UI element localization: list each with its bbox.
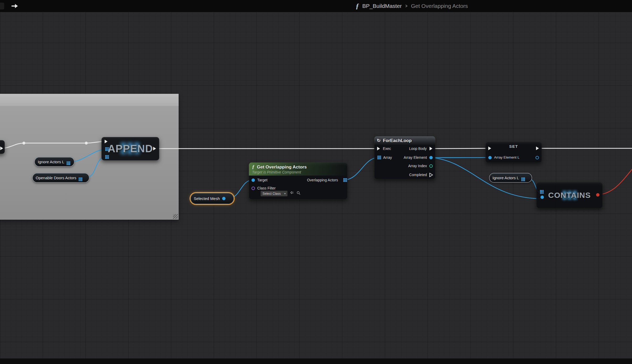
overlapping-actors-out-pin[interactable] (343, 178, 344, 179)
exec-in-pin[interactable] (488, 146, 491, 150)
comment-body (0, 106, 179, 220)
target-array-in-pin[interactable] (540, 190, 541, 191)
contains-node-title: CONTAINS (548, 191, 591, 200)
get-overlapping-actors-node[interactable]: ƒ Get Overlapping Actors Target is Primi… (249, 162, 347, 199)
use-selected-asset-icon[interactable] (290, 191, 294, 195)
pin-label-exec: Exec (383, 146, 391, 151)
node-title: Get Overlapping Actors (257, 165, 307, 170)
loop-body-out-pin[interactable] (430, 147, 432, 150)
array-out-pin[interactable] (67, 161, 68, 162)
search-icon[interactable] (297, 191, 301, 195)
get-ignore-actors-node[interactable]: Ignore Actors L (34, 157, 74, 167)
array-pin-b[interactable] (105, 155, 106, 156)
array-pin-a[interactable] (105, 147, 106, 148)
object-out-pin[interactable] (222, 197, 226, 200)
pin-label-class-filter: Class Filter (257, 186, 276, 191)
pin-label-loop-body: Loop Body (409, 146, 427, 151)
get-selected-mesh-node[interactable]: Selected Mesh (190, 193, 234, 204)
pin-label-array-element-l: Array Element L (494, 155, 519, 160)
title-bar: ƒ BP_BuildMaster > Get Overlapping Actor… (0, 0, 632, 12)
array-out-pin[interactable] (521, 177, 522, 178)
breadcrumb-blueprint-name[interactable]: BP_BuildMaster (362, 3, 402, 9)
caret-down-icon: ▾ (284, 192, 286, 195)
array-index-out-pin[interactable] (429, 164, 433, 168)
foreach-loop-node[interactable]: ↻ ForEachLoop Exec Array Loop Body Array… (374, 136, 435, 179)
comment-title-bar[interactable] (0, 94, 179, 106)
class-filter-in-pin[interactable] (251, 187, 255, 190)
pin-label-array: Array (383, 155, 392, 160)
node-subtitle: Target is Primitive Component (252, 170, 344, 174)
variable-label: Ignore Actors L (38, 160, 64, 164)
bottom-strip (0, 358, 632, 364)
get-ignore-actors-node[interactable]: Ignore Actors L (489, 173, 532, 183)
array-out-pin[interactable] (79, 177, 80, 178)
exec-in-pin[interactable] (105, 140, 108, 143)
node-title: ForEachLoop (383, 138, 412, 143)
function-icon: ƒ (252, 164, 255, 170)
clipped-toolbar-icon (0, 3, 4, 9)
bool-out-pin[interactable] (596, 193, 599, 197)
forward-arrow-icon[interactable] (10, 3, 19, 9)
node-header: ↻ ForEachLoop (374, 136, 435, 145)
breadcrumb-current-graph[interactable]: Get Overlapping Actors (411, 3, 468, 9)
breadcrumb-separator-icon: > (405, 3, 408, 9)
set-array-element-node[interactable]: SET Array Element L (485, 142, 542, 163)
exec-out-pin[interactable] (0, 146, 3, 150)
append-node-title: APPEND (108, 143, 153, 155)
offscreen-node-fragment[interactable] (0, 140, 5, 154)
breadcrumb: ƒ BP_BuildMaster > Get Overlapping Actor… (356, 0, 468, 12)
bool-wire-contains-out (598, 169, 632, 195)
loop-icon: ↻ (377, 138, 381, 143)
contains-node[interactable]: CONTAINS (536, 182, 603, 208)
node-title: SET (485, 144, 542, 149)
pin-label-overlapping-actors: Overlapping Actors (307, 178, 338, 182)
exec-out-pin[interactable] (153, 147, 156, 150)
variable-label: Selected Mesh (194, 196, 220, 201)
item-in-pin[interactable] (540, 195, 544, 199)
data-wire-overlap-to-array (343, 157, 378, 180)
append-node[interactable]: APPEND (101, 137, 159, 160)
pin-label-completed: Completed (409, 172, 427, 177)
variable-label: Ignore Actors L (492, 176, 519, 180)
pin-label-target: Target (257, 178, 267, 182)
exec-out-pin[interactable] (536, 146, 539, 150)
class-picker-dropdown[interactable]: Select Class ▾ (260, 191, 288, 197)
array-element-l-in-pin[interactable] (488, 156, 492, 159)
value-out-pin[interactable] (535, 156, 539, 159)
blueprint-graph-canvas[interactable]: APPEND Ignore Actors L Openable Doors Ac… (0, 0, 632, 364)
exec-in-pin[interactable] (377, 147, 380, 150)
completed-out-pin[interactable] (429, 173, 433, 177)
function-node-header: ƒ Get Overlapping Actors Target is Primi… (249, 162, 347, 176)
array-in-pin[interactable] (377, 156, 378, 157)
function-icon: ƒ (356, 3, 359, 10)
variable-label: Openable Doors Actors (36, 176, 76, 180)
comment-resize-handle[interactable] (173, 214, 178, 219)
exec-wire-loopbody-to-set (434, 148, 488, 149)
get-openable-doors-actors-node[interactable]: Openable Doors Actors (32, 173, 89, 183)
class-picker-value: Select Class (263, 192, 281, 195)
pin-label-array-element: Array Element (404, 155, 427, 160)
target-in-pin[interactable] (251, 178, 255, 182)
pin-label-array-index: Array Index (408, 164, 427, 168)
array-element-out-pin[interactable] (429, 156, 433, 159)
